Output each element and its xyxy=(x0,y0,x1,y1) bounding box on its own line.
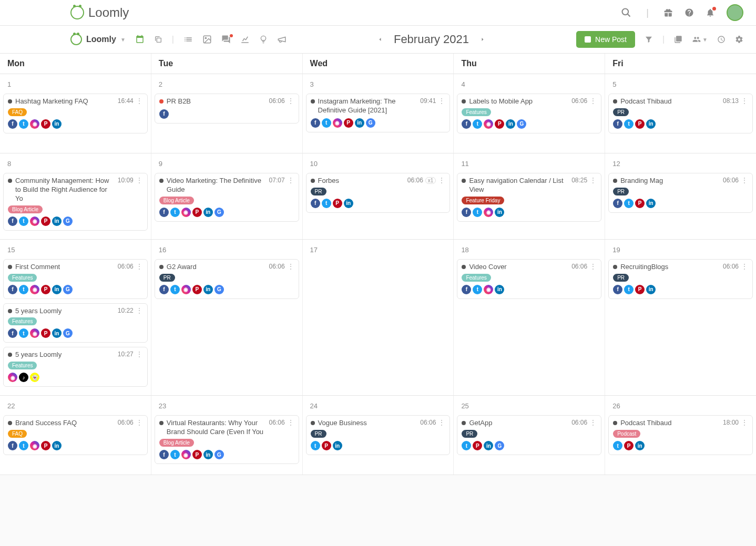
post-card[interactable]: RecruitingBlogs06:06⋮PRftPin xyxy=(608,259,753,299)
kebab-icon[interactable]: ⋮ xyxy=(589,263,597,270)
kebab-icon[interactable]: ⋮ xyxy=(136,97,143,105)
post-card[interactable]: PR B2B06:06⋮f xyxy=(155,94,299,123)
post-card[interactable]: Instagram Marketing: The Definitive Guid… xyxy=(306,94,451,132)
filter-icon[interactable] xyxy=(645,35,653,44)
analytics-icon[interactable] xyxy=(240,35,250,44)
date-number: 5 xyxy=(608,78,753,94)
calendar-cell[interactable]: 3Instagram Marketing: The Definitive Gui… xyxy=(303,74,454,153)
gift-icon[interactable] xyxy=(663,8,673,17)
channel-icons: ft◉PinG xyxy=(8,285,143,294)
kebab-icon[interactable]: ⋮ xyxy=(287,177,294,184)
calendar-cell[interactable]: 26Podcast Thibaud18:00⋮PodcasttPin xyxy=(605,396,756,475)
calendar-cell[interactable]: 2PR B2B06:06⋮f xyxy=(151,74,303,153)
calendar-cell[interactable]: 22Brand Success FAQ06:06⋮FAQft◉Pin xyxy=(0,396,151,475)
calendar-view-icon[interactable] xyxy=(135,35,145,44)
calendar-cell[interactable]: 4Labels to Mobile App06:06⋮Featuresft◉Pi… xyxy=(454,74,605,153)
date-number: 18 xyxy=(457,244,601,259)
post-card[interactable]: Virtual Restaurants: Why Your Brand Shou… xyxy=(155,415,299,464)
calendar-cell[interactable]: 8Community Management: How to Build the … xyxy=(0,153,151,239)
kebab-icon[interactable]: ⋮ xyxy=(438,419,445,426)
help-icon[interactable] xyxy=(685,8,694,17)
megaphone-icon[interactable] xyxy=(277,35,287,44)
date-number: 25 xyxy=(457,400,601,415)
search-icon[interactable] xyxy=(621,7,631,18)
calendar-cell[interactable]: 12Branding Mag06:06⋮PRftPin xyxy=(605,153,756,239)
kebab-icon[interactable]: ⋮ xyxy=(136,177,143,184)
post-card[interactable]: Branding Mag06:06⋮PRftPin xyxy=(608,173,753,213)
new-post-label: New Post xyxy=(595,35,627,44)
post-card[interactable]: Video Marketing: The Definitive Guide07:… xyxy=(155,173,299,222)
li-icon: in xyxy=(203,450,213,459)
calendar-cell[interactable]: 18Video Cover06:06⋮Featuresft◉in xyxy=(454,240,605,396)
post-card[interactable]: Video Cover06:06⋮Featuresft◉in xyxy=(457,259,601,299)
gg-icon: G xyxy=(63,328,73,338)
tw-icon: t xyxy=(170,450,180,459)
calendar-cell[interactable]: 19RecruitingBlogs06:06⋮PRftPin xyxy=(605,240,756,396)
history-icon[interactable] xyxy=(717,35,726,44)
calendar-cell[interactable]: 10Forbes06:06x1⋮PRftPin xyxy=(303,153,454,239)
kebab-icon[interactable]: ⋮ xyxy=(136,307,143,314)
comments-icon[interactable] xyxy=(221,35,231,44)
library-icon[interactable] xyxy=(674,35,682,44)
post-card[interactable]: Podcast Thibaud18:00⋮PodcasttPin xyxy=(608,415,753,455)
post-card[interactable]: Labels to Mobile App06:06⋮Featuresft◉Pin… xyxy=(457,94,601,133)
tw-icon: t xyxy=(624,199,634,208)
post-card[interactable]: 5 years Loomly10:22⋮Featuresft◉PinG xyxy=(3,303,148,343)
post-tag: FAQ xyxy=(8,430,27,438)
calendar-cell[interactable]: 11Easy navigation Calendar / List View08… xyxy=(454,153,605,239)
post-card[interactable]: First Comment06:06⋮Featuresft◉PinG xyxy=(3,259,148,299)
logo[interactable]: Loomly xyxy=(70,5,129,20)
kebab-icon[interactable]: ⋮ xyxy=(287,97,294,105)
calendar-cell[interactable]: 1Hashtag Marketing FAQ16:44⋮FAQft◉Pin xyxy=(0,74,151,153)
post-card[interactable]: 5 years Loomly10:27⋮Features◉♪👻 xyxy=(3,347,148,387)
calendar-cell[interactable]: 9Video Marketing: The Definitive Guide07… xyxy=(151,153,303,239)
next-month-button[interactable] xyxy=(479,35,486,44)
kebab-icon[interactable]: ⋮ xyxy=(287,419,294,426)
kebab-icon[interactable]: ⋮ xyxy=(589,177,597,184)
post-card[interactable]: Forbes06:06x1⋮PRftPin xyxy=(306,173,451,213)
status-dot xyxy=(462,99,466,104)
kebab-icon[interactable]: ⋮ xyxy=(136,351,143,358)
avatar[interactable] xyxy=(727,4,743,21)
team-icon[interactable]: ▼ xyxy=(692,35,708,44)
list-view-icon[interactable] xyxy=(183,35,193,44)
image-icon[interactable] xyxy=(202,35,212,44)
kebab-icon[interactable]: ⋮ xyxy=(287,263,294,270)
calendar-selector[interactable]: Loomly ▼ xyxy=(70,34,126,45)
post-time: 10:22 xyxy=(118,307,134,314)
ideas-icon[interactable] xyxy=(259,35,268,44)
calendar-cell[interactable]: 17 xyxy=(303,240,454,396)
tw-icon: t xyxy=(170,208,180,217)
post-card[interactable]: G2 Award06:06⋮PRft◉PinG xyxy=(155,259,299,299)
kebab-icon[interactable]: ⋮ xyxy=(741,177,748,184)
calendar-cell[interactable]: 15First Comment06:06⋮Featuresft◉PinG5 ye… xyxy=(0,240,151,396)
post-card[interactable]: Podcast Thibaud08:13⋮PRftPin xyxy=(608,94,753,133)
calendar-cell[interactable]: 25GetApp06:06⋮PRtPinG xyxy=(454,396,605,475)
kebab-icon[interactable]: ⋮ xyxy=(438,97,445,105)
post-card[interactable]: Brand Success FAQ06:06⋮FAQft◉Pin xyxy=(3,415,148,455)
li-icon: in xyxy=(495,285,504,294)
post-card[interactable]: Community Management: How to Build the R… xyxy=(3,173,148,231)
notification-icon[interactable] xyxy=(706,8,715,17)
new-post-button[interactable]: New Post xyxy=(576,31,635,48)
kebab-icon[interactable]: ⋮ xyxy=(741,419,748,426)
calendar-cell[interactable]: 24Vogue Business06:06⋮PRtPin xyxy=(303,396,454,475)
calendar-cell[interactable]: 16G2 Award06:06⋮PRft◉PinG xyxy=(151,240,303,396)
post-card[interactable]: Easy navigation Calendar / List View08:2… xyxy=(457,173,601,222)
kebab-icon[interactable]: ⋮ xyxy=(438,177,445,184)
kebab-icon[interactable]: ⋮ xyxy=(589,97,597,105)
post-time: 08:13 xyxy=(723,97,739,105)
post-card[interactable]: Vogue Business06:06⋮PRtPin xyxy=(306,415,451,455)
copy-icon[interactable] xyxy=(154,35,162,44)
kebab-icon[interactable]: ⋮ xyxy=(741,263,748,270)
calendar-cell[interactable]: 5Podcast Thibaud08:13⋮PRftPin xyxy=(605,74,756,153)
post-card[interactable]: GetApp06:06⋮PRtPinG xyxy=(457,415,601,455)
kebab-icon[interactable]: ⋮ xyxy=(589,419,597,426)
prev-month-button[interactable] xyxy=(377,35,383,44)
calendar-cell[interactable]: 23Virtual Restaurants: Why Your Brand Sh… xyxy=(151,396,303,475)
kebab-icon[interactable]: ⋮ xyxy=(741,97,748,105)
post-card[interactable]: Hashtag Marketing FAQ16:44⋮FAQft◉Pin xyxy=(3,94,148,133)
settings-icon[interactable] xyxy=(735,35,743,44)
kebab-icon[interactable]: ⋮ xyxy=(136,263,143,270)
kebab-icon[interactable]: ⋮ xyxy=(136,419,143,426)
